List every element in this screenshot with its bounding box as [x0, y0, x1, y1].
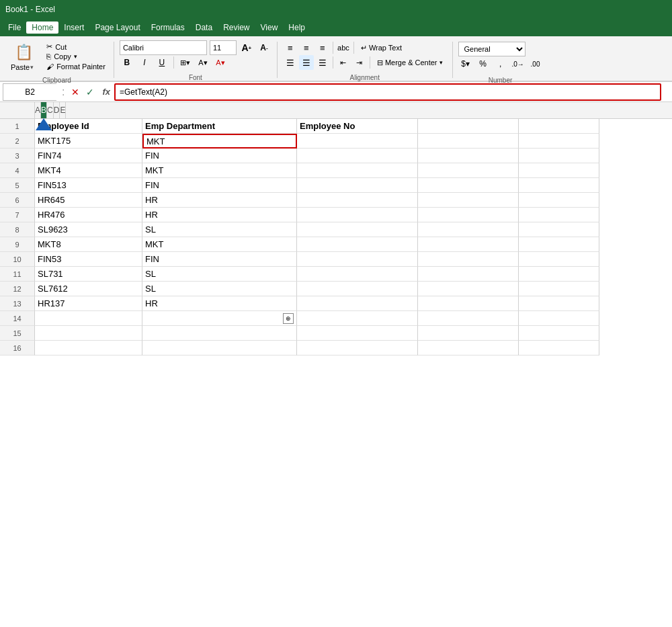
currency-button[interactable]: $▾ [458, 56, 473, 71]
cell-a6[interactable]: HR645 [35, 193, 142, 208]
cell-c2[interactable] [297, 134, 418, 149]
cell-d7[interactable] [418, 208, 519, 222]
cell-a8[interactable]: SL9623 [35, 222, 142, 237]
cell-e15[interactable] [519, 326, 599, 341]
col-header-e[interactable]: E [60, 102, 66, 118]
format-painter-button[interactable]: 🖌 Format Painter [44, 62, 108, 71]
indent-increase-button[interactable]: ⇥ [352, 55, 367, 70]
row-header-10[interactable]: 10 [0, 252, 35, 267]
cell-d16[interactable] [418, 341, 519, 356]
cell-a16[interactable] [35, 341, 142, 356]
cell-c15[interactable] [297, 326, 418, 341]
cell-a12[interactable]: SL7612 [35, 282, 142, 296]
cell-e10[interactable] [519, 252, 599, 267]
align-bottom-button[interactable]: ≡ [315, 40, 330, 55]
cell-a14[interactable] [35, 311, 142, 326]
row-header-1[interactable]: 1 [0, 119, 35, 134]
merge-dropdown-arrow[interactable]: ▾ [439, 59, 443, 66]
align-left-button[interactable]: ☰ [283, 55, 298, 70]
align-middle-button[interactable]: ≡ [299, 40, 314, 55]
cell-e8[interactable] [519, 222, 599, 237]
cell-a4[interactable]: MKT4 [35, 163, 142, 178]
cell-e11[interactable] [519, 267, 599, 282]
row-header-9[interactable]: 9 [0, 237, 35, 252]
cell-c10[interactable] [297, 252, 418, 267]
cell-d12[interactable] [418, 282, 519, 296]
cell-c4[interactable] [297, 163, 418, 178]
increase-decimal-button[interactable]: .00 [528, 56, 543, 71]
indent-decrease-button[interactable]: ⇤ [336, 55, 351, 70]
formula-input[interactable] [114, 83, 661, 101]
row-header-2[interactable]: 2 [0, 134, 35, 149]
cell-d3[interactable] [418, 149, 519, 163]
row-header-4[interactable]: 4 [0, 163, 35, 178]
cell-e13[interactable] [519, 296, 599, 311]
font-size-input[interactable] [210, 40, 237, 55]
cell-d10[interactable] [418, 252, 519, 267]
fill-color-button[interactable]: A▾ [196, 55, 210, 70]
row-header-11[interactable]: 11 [0, 267, 35, 282]
menu-home[interactable]: Home [26, 22, 58, 34]
number-format-select[interactable]: General [458, 42, 526, 56]
row-header-14[interactable]: 14 [0, 311, 35, 326]
cell-b4[interactable]: MKT [142, 163, 297, 178]
cell-b5[interactable]: FIN [142, 178, 297, 193]
cell-d6[interactable] [418, 193, 519, 208]
cell-d4[interactable] [418, 163, 519, 178]
col-header-b[interactable]: B [41, 102, 47, 118]
orientation-button[interactable]: abc [336, 40, 351, 55]
confirm-formula-icon[interactable]: ✓ [85, 85, 95, 99]
cell-c14[interactable] [297, 311, 418, 326]
col-header-d[interactable]: D [54, 102, 60, 118]
cell-b11[interactable]: SL [142, 267, 297, 282]
cell-c8[interactable] [297, 222, 418, 237]
cell-c6[interactable] [297, 193, 418, 208]
menu-insert[interactable]: Insert [58, 22, 89, 34]
cell-a7[interactable]: HR476 [35, 208, 142, 222]
font-name-input[interactable] [120, 40, 207, 55]
cell-a15[interactable] [35, 326, 142, 341]
cell-d15[interactable] [418, 326, 519, 341]
cell-d1[interactable] [418, 119, 519, 134]
row-header-5[interactable]: 5 [0, 178, 35, 193]
cell-a13[interactable]: HR137 [35, 296, 142, 311]
cell-d14[interactable] [418, 311, 519, 326]
row-header-8[interactable]: 8 [0, 222, 35, 237]
cell-b15[interactable] [142, 326, 297, 341]
cell-e2[interactable] [519, 134, 599, 149]
cancel-formula-icon[interactable]: ✕ [70, 85, 81, 99]
paste-button[interactable]: 📋 Paste ▾ [5, 39, 42, 74]
cell-b7[interactable]: HR [142, 208, 297, 222]
cell-c16[interactable] [297, 341, 418, 356]
row-header-15[interactable]: 15 [0, 326, 35, 341]
font-shrink-button[interactable]: A- [257, 40, 271, 55]
cell-b9[interactable]: MKT [142, 237, 297, 252]
cell-c11[interactable] [297, 267, 418, 282]
row-header-7[interactable]: 7 [0, 208, 35, 222]
cell-b13[interactable]: HR [142, 296, 297, 311]
underline-button[interactable]: U [155, 55, 169, 70]
font-color-button[interactable]: A▾ [213, 55, 228, 70]
cut-button[interactable]: ✂ Cut [44, 42, 108, 52]
row-header-6[interactable]: 6 [0, 193, 35, 208]
select-all-corner[interactable] [0, 102, 35, 118]
cell-e3[interactable] [519, 149, 599, 163]
cell-a11[interactable]: SL731 [35, 267, 142, 282]
cell-c5[interactable] [297, 178, 418, 193]
align-right-button[interactable]: ☰ [315, 55, 330, 70]
cell-c12[interactable] [297, 282, 418, 296]
menu-formulas[interactable]: Formulas [146, 22, 190, 34]
menu-page-layout[interactable]: Page Layout [89, 22, 145, 34]
autocomplete-options-icon[interactable]: ⊕ [283, 313, 294, 324]
cell-d9[interactable] [418, 237, 519, 252]
cell-b16[interactable] [142, 341, 297, 356]
cell-e9[interactable] [519, 237, 599, 252]
cell-e1[interactable] [519, 119, 599, 134]
cell-d8[interactable] [418, 222, 519, 237]
cell-reference-input[interactable] [3, 83, 56, 101]
cell-c9[interactable] [297, 237, 418, 252]
cell-e7[interactable] [519, 208, 599, 222]
paste-dropdown-arrow[interactable]: ▾ [30, 64, 37, 71]
cell-e5[interactable] [519, 178, 599, 193]
cell-b3[interactable]: FIN [142, 149, 297, 163]
